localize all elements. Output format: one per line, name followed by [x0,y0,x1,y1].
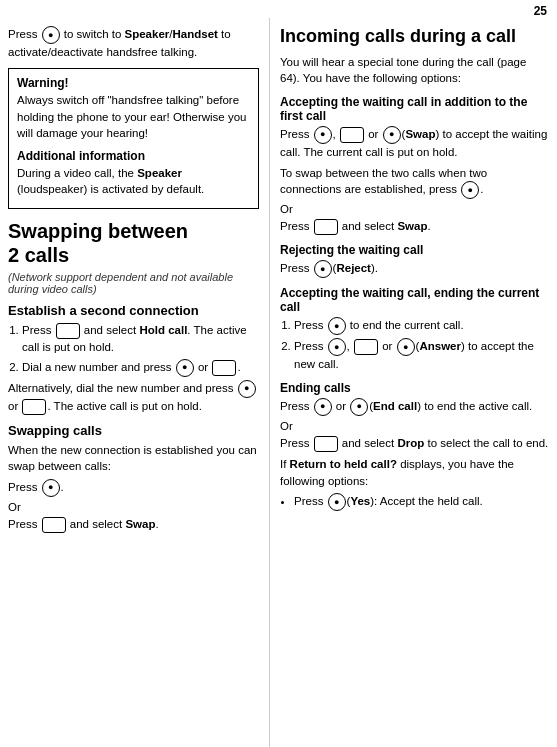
end-call-icon1: ● [314,398,332,416]
add-info-title: Additional information [17,148,250,165]
page-wrapper: 25 Press ● to switch to Speaker/Handset … [0,0,557,747]
warning-text: Always switch off "handsfree talking" be… [17,92,250,142]
swapping-step1: Press ●. [8,479,259,497]
ending-body2: Press and select Drop to select the call… [280,435,549,452]
press-swap: Press and select Swap. [280,218,549,235]
swap-between-text: To swap between the two calls when two c… [280,165,549,200]
speaker-icon: ● [42,26,60,44]
accepting-end-heading: Accepting the waiting call, ending the c… [280,286,549,314]
reject-icon: ● [314,260,332,278]
reject-body: Press ●(Reject). [280,260,549,278]
accepting-end-steps: Press ● to end the current call. Press ●… [280,317,549,373]
swap-call-icon: ● [42,479,60,497]
left-column: Press ● to switch to Speaker/Handset to … [0,18,270,747]
swap-sub: (Network support dependent and not avail… [8,271,259,295]
accept-heading: Accepting the waiting call in addition t… [280,95,549,123]
send-icon: ● [176,359,194,377]
ending-heading: Ending calls [280,381,549,395]
warning-box: Warning! Always switch off "handsfree ta… [8,68,259,209]
menu-icon4 [314,436,338,452]
swap-icon: ● [461,181,479,199]
menu-icon3 [314,219,338,235]
establish-steps: Press and select Hold call. The active c… [8,322,259,377]
accepting-step-1: Press ● to end the current call. [294,317,549,335]
dial-icon2 [22,399,46,415]
end-call-icon2: ● [350,398,368,416]
swapping-heading: Swapping calls [8,423,259,438]
end-icon: ● [328,317,346,335]
warning-title: Warning! [17,75,250,92]
accept-icon3: ● [383,126,401,144]
right-column: Incoming calls during a call You will he… [270,18,557,747]
accept-icon1: ● [314,126,332,144]
swap-heading: Swapping between2 calls [8,219,259,267]
or-text-1: Or [8,501,259,513]
swapping-body: When the new connection is established y… [8,442,259,475]
accepting-step-2: Press ●, or ●(Answer) to accept the new … [294,338,549,373]
accept-icon2 [340,127,364,143]
intro-text: Press ● to switch to Speaker/Handset to … [8,26,259,60]
menu-icon2 [42,517,66,533]
swapping-step2: Press and select Swap. [8,516,259,533]
establish-step-1: Press and select Hold call. The active c… [22,322,259,356]
incoming-heading: Incoming calls during a call [280,26,549,48]
incoming-intro: You will hear a special tone during the … [280,54,549,87]
page-number: 25 [534,4,547,18]
or-text-2: Or [280,203,549,215]
answer-icon1: ● [328,338,346,356]
or-text-3: Or [280,420,549,432]
establish-alt: Alternatively, dial the new number and p… [8,380,259,415]
menu-icon [56,323,80,339]
answer-icon3: ● [397,338,415,356]
return-option-1: Press ●(Yes): Accept the held call. [294,493,549,511]
answer-icon2 [354,339,378,355]
establish-step-2: Dial a new number and press ● or . [22,359,259,377]
accept-body: Press ●, or ●(Swap) to accept the waitin… [280,126,549,161]
yes-icon: ● [328,493,346,511]
return-text: If Return to held call? displays, you ha… [280,456,549,489]
add-info-text: During a video call, the Speaker (loudsp… [17,165,250,198]
reject-heading: Rejecting the waiting call [280,243,549,257]
establish-heading: Establish a second connection [8,303,259,318]
send-icon2: ● [238,380,256,398]
dial-icon [212,360,236,376]
ending-body: Press ● or ●(End call) to end the active… [280,398,549,416]
return-options: Press ●(Yes): Accept the held call. [280,493,549,511]
